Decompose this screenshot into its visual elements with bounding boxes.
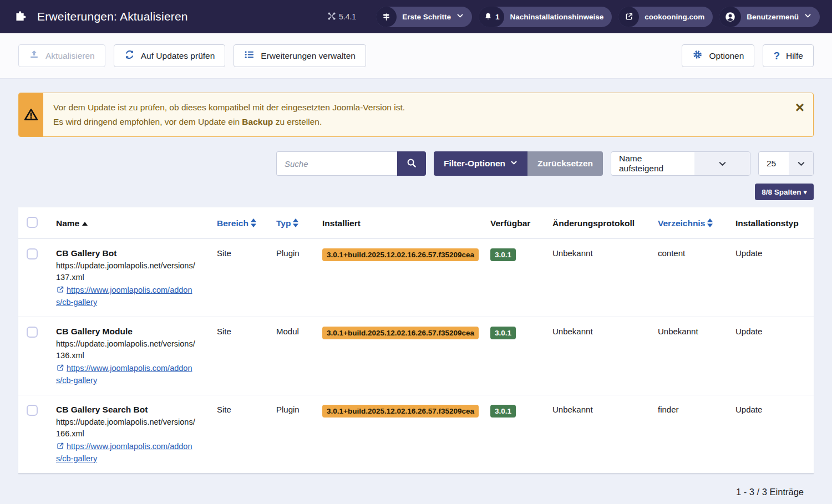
sort-select[interactable]: Name aufsteigend <box>611 151 750 176</box>
joomla-logo-icon <box>328 12 336 22</box>
warning-line-2: Es wird dringend empfohlen, vor dem Upda… <box>53 115 785 129</box>
extension-name: CB Gallery Search Bot <box>56 404 212 415</box>
extension-name: CB Gallery Module <box>56 325 212 337</box>
chevron-down-icon <box>789 152 813 175</box>
install-type-cell: Update <box>735 395 814 474</box>
typ-cell: Plugin <box>276 239 322 317</box>
table-row: CB Gallery Search Bot https://update.joo… <box>18 395 814 474</box>
column-header-installationstyp: Installationstyp <box>735 207 814 239</box>
available-version-badge: 3.0.1 <box>490 248 516 261</box>
check-updates-button[interactable]: Auf Updates prüfen <box>114 44 226 67</box>
filter-bar: Filter-Optionen Zurücksetzen Name aufste… <box>18 151 814 176</box>
reset-button[interactable]: Zurücksetzen <box>527 151 603 176</box>
search-icon <box>406 157 417 170</box>
page-title: Erweiterungen: Aktualisieren <box>37 10 188 23</box>
row-checkbox[interactable] <box>27 327 38 338</box>
extension-detail-link[interactable]: https://www.joomlapolis.com/addons/cb-ga… <box>56 284 196 308</box>
install-type-cell: Update <box>735 317 814 395</box>
row-checkbox[interactable] <box>27 405 38 416</box>
upload-icon <box>29 49 39 62</box>
update-site-url: https://update.joomlapolis.net/versions/… <box>56 416 196 440</box>
help-button[interactable]: ? Hilfe <box>763 44 814 67</box>
bell-icon-with-count: 1 <box>479 7 505 27</box>
folder-cell: finder <box>658 395 735 474</box>
toolbar: Aktualisieren Auf Updates prüfen Erweite… <box>0 33 832 79</box>
backup-bold: Backup <box>242 117 273 126</box>
puzzle-piece-icon <box>13 8 29 26</box>
column-header-verzeichnis[interactable]: Verzeichnis <box>658 207 735 239</box>
options-button[interactable]: Optionen <box>682 44 754 67</box>
update-site-url: https://update.joomlapolis.net/versions/… <box>56 338 196 362</box>
pagination-count: 1 - 3 / 3 Einträge <box>18 474 814 497</box>
update-site-url: https://update.joomlapolis.net/versions/… <box>56 260 196 283</box>
joomla-version-label: 5.4.1 <box>339 12 356 21</box>
folder-cell: content <box>658 239 735 317</box>
user-menu[interactable]: Benutzermenü <box>719 7 820 27</box>
extension-name: CB Gallery Bot <box>56 247 212 258</box>
column-header-typ[interactable]: Typ <box>276 207 322 239</box>
changelog-cell: Unbekannt <box>552 317 658 395</box>
manage-extensions-button[interactable]: Erweiterungen verwalten <box>234 44 366 67</box>
columns-toggle-button[interactable]: 8/8 Spalten ▾ <box>755 184 814 200</box>
typ-cell: Modul <box>276 317 322 395</box>
close-icon[interactable]: × <box>795 93 813 136</box>
sync-icon <box>124 49 135 62</box>
site-name-label: cookooning.com <box>645 13 704 21</box>
available-version-badge: 3.0.1 <box>490 327 516 339</box>
column-header-verfuegbar: Verfügbar <box>490 207 552 239</box>
column-header-aenderungsprotokoll: Änderungsprotokoll <box>552 207 658 239</box>
sort-select-value: Name aufsteigend <box>611 154 694 174</box>
warning-alert-text: Vor dem Update ist zu prüfen, ob dieses … <box>43 93 795 136</box>
question-mark-icon: ? <box>773 50 780 62</box>
list-limit-value: 25 <box>759 159 789 169</box>
installed-version-badge: 3.0.1+build.2025.12.02.16.26.57.f35209ce… <box>322 405 479 418</box>
warning-triangle-icon <box>19 93 43 136</box>
external-link-icon <box>618 7 639 27</box>
getting-started-label: Erste Schritte <box>402 13 451 21</box>
table-row: CB Gallery Bot https://update.joomlapoli… <box>18 239 814 317</box>
notification-count-badge: 1 <box>495 13 500 21</box>
bereich-cell: Site <box>217 395 276 474</box>
joomla-version: 5.4.1 <box>328 12 356 22</box>
extension-detail-link[interactable]: https://www.joomlapolis.com/addons/cb-ga… <box>56 362 196 386</box>
available-version-badge: 3.0.1 <box>490 405 516 418</box>
post-install-messages-button[interactable]: 1 Nachinstallationshinweise <box>479 7 612 27</box>
install-type-cell: Update <box>735 239 814 317</box>
chevron-down-icon <box>456 12 464 21</box>
column-header-name[interactable]: Name <box>56 207 217 239</box>
list-icon <box>244 49 255 62</box>
signpost-icon <box>376 7 397 27</box>
list-limit-select[interactable]: 25 <box>758 151 814 176</box>
warning-alert: Vor dem Update ist zu prüfen, ob dieses … <box>18 93 814 137</box>
installed-version-badge: 3.0.1+build.2025.12.02.16.26.57.f35209ce… <box>322 327 479 339</box>
column-header-installiert: Installiert <box>322 207 490 239</box>
select-all-checkbox[interactable] <box>27 217 38 228</box>
chevron-down-icon <box>510 159 518 169</box>
bereich-cell: Site <box>217 239 276 317</box>
warning-line-1: Vor dem Update ist zu prüfen, ob dieses … <box>53 100 785 115</box>
chevron-down-icon <box>694 152 750 175</box>
topbar: Erweiterungen: Aktualisieren 5.4.1 Erste… <box>0 0 832 33</box>
changelog-cell: Unbekannt <box>552 395 658 474</box>
search-input[interactable] <box>276 151 397 176</box>
post-install-messages-label: Nachinstallationshinweise <box>510 13 603 21</box>
extension-detail-link[interactable]: https://www.joomlapolis.com/addons/cb-ga… <box>56 440 196 465</box>
user-icon <box>719 7 741 27</box>
site-preview-link[interactable]: cookooning.com <box>618 7 713 27</box>
folder-cell: Unbekannt <box>658 317 735 395</box>
update-button[interactable]: Aktualisieren <box>18 44 105 67</box>
table-header-row: Name Bereich Typ Installiert Verfügbar Ä… <box>18 207 814 239</box>
installed-version-badge: 3.0.1+build.2025.12.02.16.26.57.f35209ce… <box>322 248 479 261</box>
search-button[interactable] <box>397 151 426 176</box>
column-header-bereich[interactable]: Bereich <box>217 207 276 239</box>
row-checkbox[interactable] <box>27 248 38 259</box>
updates-table: Name Bereich Typ Installiert Verfügbar Ä… <box>18 207 814 474</box>
getting-started-menu[interactable]: Erste Schritte <box>376 7 472 27</box>
table-row: CB Gallery Module https://update.joomlap… <box>18 317 814 395</box>
filter-options-button[interactable]: Filter-Optionen <box>434 151 527 176</box>
bereich-cell: Site <box>217 317 276 395</box>
changelog-cell: Unbekannt <box>552 239 658 317</box>
user-menu-label: Benutzermenü <box>747 13 799 21</box>
main-content: Vor dem Update ist zu prüfen, ob dieses … <box>0 79 832 497</box>
chevron-down-icon <box>804 12 811 21</box>
